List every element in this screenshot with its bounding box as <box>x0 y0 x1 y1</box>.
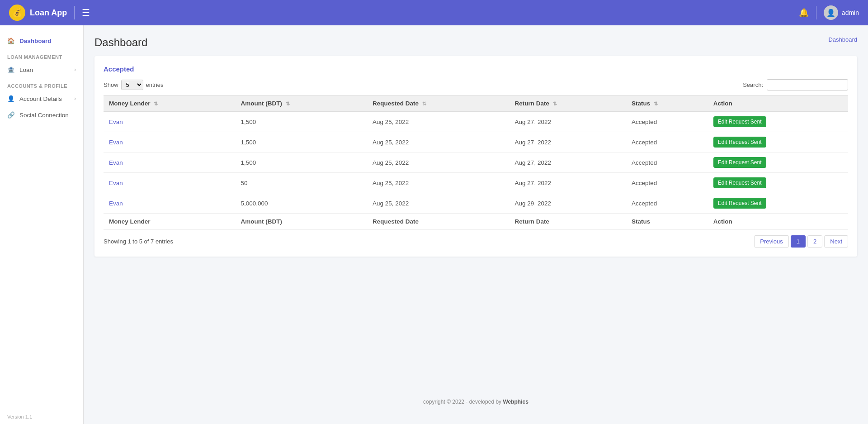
dashboard-icon: 🏠 <box>7 37 15 44</box>
col-requested-date[interactable]: Requested Date ⇅ <box>367 95 509 112</box>
layout: 🏠 Dashboard LOAN MANAGEMENT 🏦 Loan › ACC… <box>0 25 868 424</box>
social-connection-icon: 🔗 <box>7 111 15 119</box>
table-footer: Showing 1 to 5 of 7 entries Previous 1 2… <box>104 235 848 248</box>
nav-divider-2 <box>816 6 816 19</box>
cell-amount: 1,500 <box>236 132 367 152</box>
col-return-date[interactable]: Return Date ⇅ <box>509 95 626 112</box>
footer-brand: Webphics <box>503 399 528 405</box>
page-title: Dashboard <box>94 36 147 49</box>
edit-request-btn[interactable]: Edit Request Sent <box>713 137 766 148</box>
col-money-lender[interactable]: Money Lender ⇅ <box>104 95 236 112</box>
table-row: Evan 1,500 Aug 25, 2022 Aug 27, 2022 Acc… <box>104 132 848 152</box>
next-button[interactable]: Next <box>824 235 848 248</box>
edit-request-btn[interactable]: Edit Request Sent <box>713 157 766 168</box>
cell-requested-date: Aug 25, 2022 <box>367 173 509 193</box>
entries-label: entries <box>146 81 164 88</box>
cell-requested-date: Aug 25, 2022 <box>367 152 509 173</box>
admin-area[interactable]: 👤 admin <box>824 5 859 20</box>
cell-status: Accepted <box>626 173 708 193</box>
cell-return-date: Aug 27, 2022 <box>509 152 626 173</box>
admin-name: admin <box>842 9 859 16</box>
hamburger-icon[interactable]: ☰ <box>82 7 90 18</box>
table-row: Evan 50 Aug 25, 2022 Aug 27, 2022 Accept… <box>104 173 848 193</box>
cell-return-date: Aug 27, 2022 <box>509 112 626 132</box>
sidebar-section-accounts: ACCOUNTS & PROFILE <box>0 78 83 91</box>
cell-lender[interactable]: Evan <box>104 173 236 193</box>
navbar-right: 🔔 👤 admin <box>799 5 859 20</box>
sidebar-section-loan: LOAN MANAGEMENT <box>0 49 83 62</box>
sidebar-version: Version 1.1 <box>0 410 83 424</box>
sort-icon-req-date: ⇅ <box>422 101 426 106</box>
cell-action: Edit Request Sent <box>708 112 848 132</box>
cell-status: Accepted <box>626 132 708 152</box>
table-footer-row: Money Lender Amount (BDT) Requested Date… <box>104 214 848 230</box>
footer-money-lender: Money Lender <box>104 214 236 230</box>
brand: 💰 Loan App <box>9 5 67 21</box>
cell-status: Accepted <box>626 112 708 132</box>
nav-divider <box>74 6 75 19</box>
sort-icon-status: ⇅ <box>654 101 658 106</box>
search-label: Search: <box>743 81 763 88</box>
sort-icon-lender: ⇅ <box>154 101 158 106</box>
page-2-button[interactable]: 2 <box>807 235 822 248</box>
table-row: Evan 1,500 Aug 25, 2022 Aug 27, 2022 Acc… <box>104 152 848 173</box>
col-amount[interactable]: Amount (BDT) ⇅ <box>236 95 367 112</box>
cell-action: Edit Request Sent <box>708 193 848 214</box>
brand-icon: 💰 <box>9 5 25 21</box>
footer-status: Status <box>626 214 708 230</box>
cell-requested-date: Aug 25, 2022 <box>367 132 509 152</box>
chevron-right-icon-2: › <box>74 95 76 102</box>
main-content: Dashboard Dashboard Accepted Show 5 10 2… <box>84 25 868 424</box>
footer-return-date: Return Date <box>509 214 626 230</box>
footer-text: copyright © 2022 - developed by <box>423 399 503 405</box>
page-1-button[interactable]: 1 <box>791 235 806 248</box>
cell-status: Accepted <box>626 193 708 214</box>
previous-button[interactable]: Previous <box>754 235 789 248</box>
search-input[interactable] <box>767 79 848 91</box>
sidebar-item-dashboard[interactable]: 🏠 Dashboard <box>0 33 83 49</box>
accepted-badge: Accepted <box>104 65 134 73</box>
cell-lender[interactable]: Evan <box>104 132 236 152</box>
cell-requested-date: Aug 25, 2022 <box>367 112 509 132</box>
breadcrumb[interactable]: Dashboard <box>828 36 857 43</box>
cell-amount: 1,500 <box>236 112 367 132</box>
cell-lender[interactable]: Evan <box>104 112 236 132</box>
cell-return-date: Aug 29, 2022 <box>509 193 626 214</box>
edit-request-btn[interactable]: Edit Request Sent <box>713 198 766 209</box>
sidebar-item-social-connection[interactable]: 🔗 Social Connection <box>0 107 83 123</box>
edit-request-btn[interactable]: Edit Request Sent <box>713 116 766 127</box>
cell-action: Edit Request Sent <box>708 152 848 173</box>
sidebar: 🏠 Dashboard LOAN MANAGEMENT 🏦 Loan › ACC… <box>0 25 84 424</box>
footer-requested-date: Requested Date <box>367 214 509 230</box>
showing-text: Showing 1 to 5 of 7 entries <box>104 238 173 245</box>
cell-amount: 5,000,000 <box>236 193 367 214</box>
table-row: Evan 1,500 Aug 25, 2022 Aug 27, 2022 Acc… <box>104 112 848 132</box>
notification-icon[interactable]: 🔔 <box>799 8 809 18</box>
table-row: Evan 5,000,000 Aug 25, 2022 Aug 29, 2022… <box>104 193 848 214</box>
footer-amount: Amount (BDT) <box>236 214 367 230</box>
avatar: 👤 <box>824 5 838 20</box>
page-footer: copyright © 2022 - developed by Webphics <box>94 391 857 413</box>
navbar-left: 💰 Loan App ☰ <box>9 5 90 21</box>
cell-lender[interactable]: Evan <box>104 193 236 214</box>
cell-amount: 50 <box>236 173 367 193</box>
sidebar-item-loan[interactable]: 🏦 Loan › <box>0 62 83 78</box>
sidebar-social-label: Social Connection <box>19 112 69 119</box>
col-status[interactable]: Status ⇅ <box>626 95 708 112</box>
loan-icon: 🏦 <box>7 66 15 73</box>
sort-icon-ret-date: ⇅ <box>553 101 557 106</box>
show-entries: Show 5 10 25 50 entries <box>104 80 164 90</box>
cell-lender[interactable]: Evan <box>104 152 236 173</box>
cell-requested-date: Aug 25, 2022 <box>367 193 509 214</box>
data-table: Money Lender ⇅ Amount (BDT) ⇅ Requested … <box>104 95 848 230</box>
show-label: Show <box>104 81 118 88</box>
chevron-right-icon: › <box>74 67 76 73</box>
table-controls: Show 5 10 25 50 entries Search: <box>104 79 848 91</box>
sidebar-item-account-details[interactable]: 👤 Account Details › <box>0 91 83 107</box>
entries-select[interactable]: 5 10 25 50 <box>121 80 143 90</box>
edit-request-btn[interactable]: Edit Request Sent <box>713 177 766 188</box>
cell-return-date: Aug 27, 2022 <box>509 132 626 152</box>
breadcrumb-row: Dashboard Dashboard <box>94 36 857 49</box>
top-navbar: 💰 Loan App ☰ 🔔 👤 admin <box>0 0 868 25</box>
sidebar-loan-label: Loan <box>19 67 33 73</box>
